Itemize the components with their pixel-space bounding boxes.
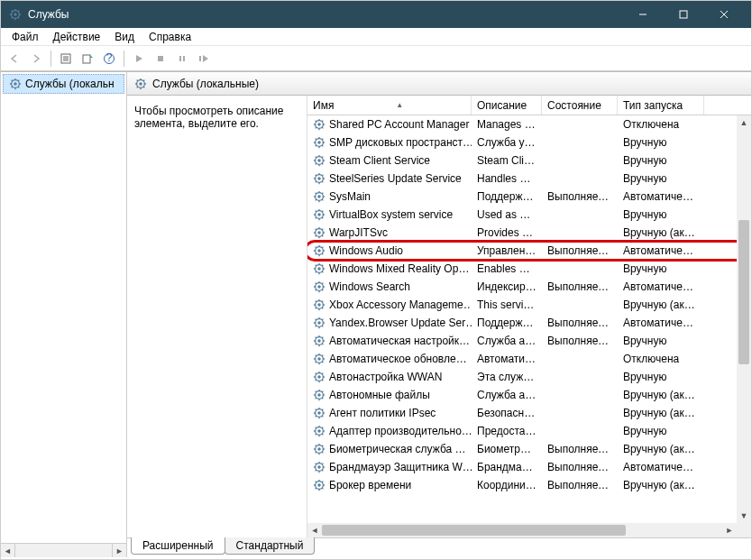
description-text: Чтобы просмотреть описание элемента, выд… <box>134 105 299 130</box>
service-name: Брокер времени <box>329 479 411 491</box>
service-status: Выполняется <box>542 244 618 257</box>
service-desc: Безопасно… <box>472 407 542 419</box>
menu-action[interactable]: Действие <box>46 29 108 45</box>
service-name: Адаптер производительно… <box>329 425 472 437</box>
tree-root-services[interactable]: Службы (локальн <box>3 74 124 94</box>
col-status[interactable]: Состояние <box>542 96 618 115</box>
service-desc: Брандмау… <box>472 461 542 473</box>
gear-icon <box>9 78 22 90</box>
forward-button[interactable] <box>26 49 46 69</box>
service-name: Брандмауэр Защитника W… <box>329 461 472 473</box>
tab-standard[interactable]: Стандартный <box>225 537 316 555</box>
service-status: Выполняется <box>542 461 618 473</box>
view-tabs: Расширенный Стандартный <box>127 537 751 557</box>
service-startup: Вручную (ак… <box>618 389 704 401</box>
svg-text:?: ? <box>106 52 113 64</box>
svg-rect-21 <box>158 56 163 61</box>
service-row[interactable]: Адаптер производительно…Предостав…Вручну… <box>307 422 737 440</box>
gear-icon <box>313 407 326 419</box>
service-desc: Предостав… <box>472 425 542 437</box>
service-status: Выполняется <box>542 335 618 347</box>
service-row[interactable]: VirtualBox system serviceUsed as a …Вруч… <box>307 206 737 224</box>
tab-extended[interactable]: Расширенный <box>131 537 225 555</box>
service-name: Windows Mixed Reality Op… <box>329 262 469 275</box>
service-row[interactable]: Агент политики IPsecБезопасно…Вручную (а… <box>307 404 737 422</box>
service-startup: Автоматиче… <box>618 280 704 293</box>
service-row[interactable]: Shared PC Account ManagerManages p…Отклю… <box>307 115 737 133</box>
tree-hscroll[interactable]: ◄► <box>1 543 126 557</box>
service-row[interactable]: Автонастройка WWANЭта служб…Вручную <box>307 368 737 386</box>
service-row[interactable]: Автоматическое обновле…Автомати…Отключен… <box>307 350 737 368</box>
gear-icon <box>313 208 326 221</box>
col-startup[interactable]: Тип запуска <box>618 96 704 115</box>
menu-file[interactable]: Файл <box>5 29 46 45</box>
menu-view[interactable]: Вид <box>107 29 142 45</box>
service-row[interactable]: Биометрическая служба …Биометри…Выполняе… <box>307 440 737 458</box>
services-list: Имя▲ Описание Состояние Тип запуска Shar… <box>307 96 751 537</box>
minimize-button[interactable] <box>622 1 663 28</box>
start-button[interactable] <box>129 49 149 69</box>
service-row[interactable]: Автономные файлыСлужба ав…Вручную (ак… <box>307 386 737 404</box>
gear-icon <box>313 389 326 401</box>
service-status: Выполняется <box>542 443 618 455</box>
svg-rect-23 <box>183 56 185 61</box>
service-desc: Управлен… <box>472 244 542 257</box>
properties-button[interactable] <box>56 49 76 69</box>
description-pane: Чтобы просмотреть описание элемента, выд… <box>127 96 307 537</box>
service-status: Выполняется <box>542 280 618 293</box>
col-description[interactable]: Описание <box>472 96 542 115</box>
service-row[interactable]: Steam Client ServiceSteam Clie…Вручную <box>307 151 737 170</box>
service-startup: Вручную (ак… <box>618 407 704 419</box>
service-startup: Вручную <box>618 335 704 347</box>
service-desc: Поддержи… <box>472 317 542 329</box>
maximize-button[interactable] <box>663 1 703 28</box>
service-desc: Служба ав… <box>472 335 542 347</box>
horizontal-scrollbar[interactable]: ◄► <box>307 523 737 537</box>
gear-icon <box>313 244 326 257</box>
service-row[interactable]: Брокер времениКоордини…ВыполняетсяВручну… <box>307 476 737 494</box>
service-desc: Эта служб… <box>472 371 542 383</box>
service-name: VirtualBox system service <box>329 208 453 221</box>
stop-button[interactable] <box>151 49 170 69</box>
service-startup: Вручную <box>618 172 704 185</box>
service-startup: Вручную <box>618 262 704 275</box>
app-icon <box>8 7 23 22</box>
service-row[interactable]: SteelSeries Update ServiceHandles u…Вруч… <box>307 170 737 188</box>
service-name: Yandex.Browser Update Ser… <box>329 317 472 329</box>
gear-icon <box>313 154 326 167</box>
menu-help[interactable]: Справка <box>142 29 198 45</box>
service-desc: Поддержи… <box>472 190 542 203</box>
service-status: Выполняется <box>542 317 618 329</box>
service-startup: Вручную <box>618 425 704 437</box>
service-status: Выполняется <box>542 479 618 491</box>
service-row[interactable]: Xbox Accessory Manageme…This servic…Вруч… <box>307 296 737 314</box>
service-row[interactable]: Автоматическая настройк…Служба ав…Выполн… <box>307 332 737 350</box>
service-row[interactable]: Брандмауэр Защитника W…Брандмау…Выполняе… <box>307 458 737 476</box>
service-desc: This servic… <box>472 298 542 311</box>
service-row[interactable]: Windows Mixed Reality Op…Enables Mi…Вруч… <box>307 260 737 278</box>
service-row[interactable]: Yandex.Browser Update Ser…Поддержи…Выпол… <box>307 314 737 332</box>
service-startup: Вручную (ак… <box>618 226 704 239</box>
service-row[interactable]: WarpJITSvcProvides a …Вручную (ак… <box>307 224 737 242</box>
restart-button[interactable] <box>194 49 214 69</box>
pause-button[interactable] <box>172 49 192 69</box>
service-row[interactable]: Windows AudioУправлен…ВыполняетсяАвтомат… <box>307 242 737 260</box>
gear-icon <box>313 443 326 455</box>
service-row[interactable]: SysMainПоддержи…ВыполняетсяАвтоматиче… <box>307 188 737 206</box>
gear-icon <box>313 190 326 203</box>
vertical-scrollbar[interactable]: ▲▼ <box>737 115 751 523</box>
export-button[interactable] <box>78 49 97 69</box>
service-name: Автоматическое обновле… <box>329 353 467 365</box>
service-desc: Handles u… <box>472 172 542 185</box>
titlebar: Службы <box>1 1 751 28</box>
close-button[interactable] <box>703 1 744 28</box>
help-button[interactable]: ? <box>99 49 119 69</box>
service-name: Агент политики IPsec <box>329 407 436 419</box>
back-button[interactable] <box>5 49 24 69</box>
service-row[interactable]: SMP дисковых пространст…Служба уз…Вручну… <box>307 133 737 151</box>
service-startup: Вручную <box>618 371 704 383</box>
gear-icon <box>313 461 326 473</box>
service-row[interactable]: Windows SearchИндексир…ВыполняетсяАвтома… <box>307 278 737 296</box>
col-name[interactable]: Имя▲ <box>307 96 472 115</box>
sort-asc-icon: ▲ <box>396 101 403 109</box>
